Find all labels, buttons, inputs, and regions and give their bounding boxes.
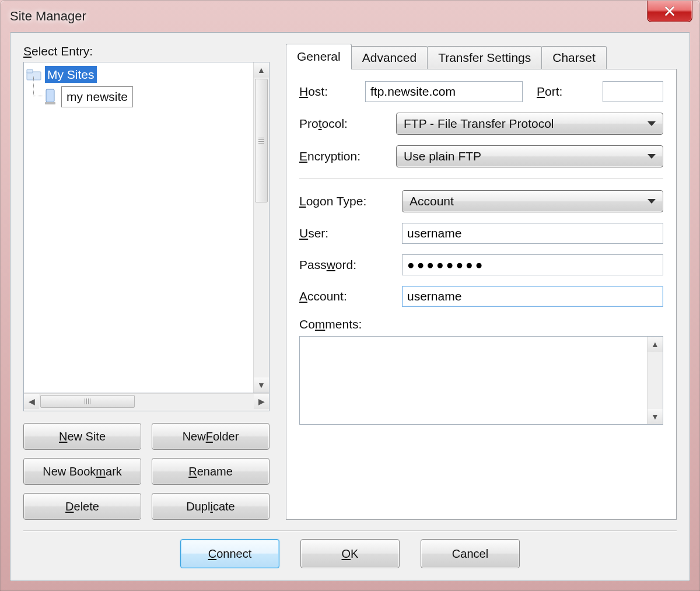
rename-button[interactable]: Rename xyxy=(152,458,270,485)
host-input[interactable] xyxy=(365,81,523,102)
user-label: User: xyxy=(299,226,393,240)
tree-root-my-sites[interactable]: My Sites xyxy=(26,66,251,83)
dialog-body: Select Entry: My Sites xyxy=(10,32,690,581)
logon-type-select[interactable]: Account xyxy=(402,190,663,212)
tab-bar: General Advanced Transfer Settings Chars… xyxy=(286,44,677,69)
port-input[interactable] xyxy=(603,81,663,102)
tree-horizontal-scrollbar[interactable]: ◀ ▶ xyxy=(24,393,269,409)
divider xyxy=(299,178,663,179)
site-tree[interactable]: My Sites my newsite ▲ xyxy=(23,62,270,393)
password-label: Password: xyxy=(299,258,393,272)
tree-item-my-newsite[interactable]: my newsite xyxy=(44,86,251,107)
cancel-button[interactable]: Cancel xyxy=(421,539,520,568)
protocol-select[interactable]: FTP - File Transfer Protocol xyxy=(396,113,663,135)
scroll-thumb[interactable] xyxy=(40,395,135,408)
select-entry-label: Select Entry: xyxy=(23,44,270,58)
server-icon xyxy=(44,88,57,106)
new-folder-button[interactable]: New Folder xyxy=(152,423,270,450)
svg-rect-3 xyxy=(45,102,55,104)
chevron-down-icon xyxy=(648,154,656,159)
tab-transfer-settings[interactable]: Transfer Settings xyxy=(427,46,542,69)
window-title: Site Manager xyxy=(10,9,86,24)
tree-root-label: My Sites xyxy=(45,66,97,83)
ok-button[interactable]: OK xyxy=(300,539,400,568)
account-input[interactable] xyxy=(402,286,663,307)
dialog-footer: Connect OK Cancel xyxy=(23,539,677,568)
tab-general[interactable]: General xyxy=(286,44,352,69)
scroll-down-arrow-icon[interactable]: ▼ xyxy=(648,409,663,424)
tree-vertical-scrollbar[interactable]: ▲ ▼ xyxy=(253,62,269,393)
scroll-up-arrow-icon[interactable]: ▲ xyxy=(648,337,663,352)
password-input[interactable] xyxy=(402,254,663,275)
comments-textarea[interactable]: ▲ ▼ xyxy=(299,336,663,425)
comments-vertical-scrollbar[interactable]: ▲ ▼ xyxy=(647,337,663,424)
scroll-left-arrow-icon[interactable]: ◀ xyxy=(24,394,39,409)
comments-label: Comments: xyxy=(299,317,663,331)
host-label: Host: xyxy=(299,85,356,99)
scroll-thumb[interactable] xyxy=(255,79,268,202)
logon-type-value: Account xyxy=(410,194,454,208)
encryption-value: Use plain FTP xyxy=(404,149,481,163)
chevron-down-icon xyxy=(648,121,656,126)
footer-divider xyxy=(23,530,677,531)
close-button[interactable] xyxy=(647,1,692,22)
protocol-label: Protocol: xyxy=(299,117,387,131)
user-input[interactable] xyxy=(402,223,663,244)
titlebar: Site Manager xyxy=(1,1,699,32)
svg-rect-1 xyxy=(27,69,33,73)
tab-advanced[interactable]: Advanced xyxy=(351,46,428,69)
scroll-up-arrow-icon[interactable]: ▲ xyxy=(254,62,269,78)
encryption-select[interactable]: Use plain FTP xyxy=(396,145,663,167)
new-site-button[interactable]: New Site xyxy=(23,423,141,450)
close-icon xyxy=(663,5,676,18)
connect-button[interactable]: Connect xyxy=(180,539,279,568)
comments-value xyxy=(300,337,647,424)
tab-charset[interactable]: Charset xyxy=(541,46,607,69)
tree-connector-icon xyxy=(33,76,44,96)
new-bookmark-button[interactable]: New Bookmark xyxy=(23,458,141,485)
tree-item-label: my newsite xyxy=(61,86,133,107)
tab-panel-general: Host: Port: Protocol: FTP - File Transfe… xyxy=(286,69,677,520)
port-label: Port: xyxy=(537,85,593,99)
delete-button[interactable]: Delete xyxy=(23,493,141,520)
protocol-value: FTP - File Transfer Protocol xyxy=(404,117,554,131)
encryption-label: Encryption: xyxy=(299,149,387,163)
logon-type-label: Logon Type: xyxy=(299,194,393,208)
account-label: Account: xyxy=(299,289,393,303)
scroll-down-arrow-icon[interactable]: ▼ xyxy=(254,377,269,393)
duplicate-button[interactable]: Duplicate xyxy=(152,493,270,520)
scroll-right-arrow-icon[interactable]: ▶ xyxy=(254,394,269,409)
svg-rect-2 xyxy=(46,89,54,102)
chevron-down-icon xyxy=(648,199,656,204)
